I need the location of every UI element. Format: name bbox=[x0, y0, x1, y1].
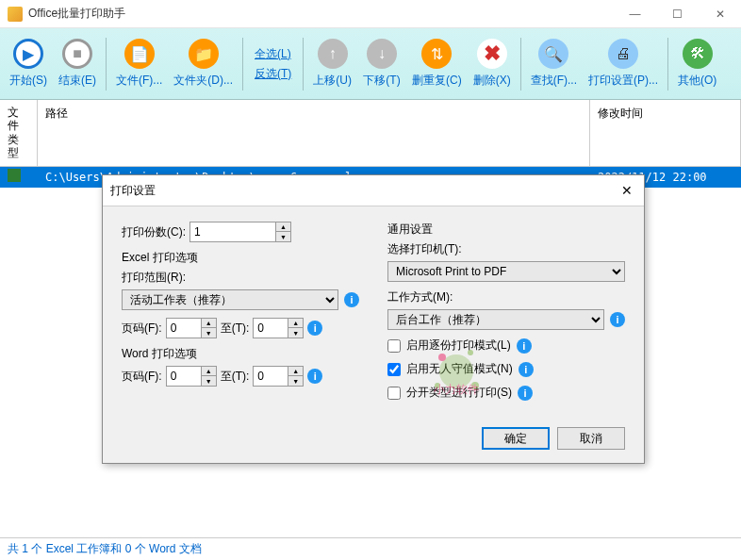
workmode-label: 工作方式(M): bbox=[387, 289, 625, 305]
wpage-to-input[interactable] bbox=[254, 367, 288, 386]
arrow-up-icon: ↑ bbox=[318, 39, 348, 69]
info-icon[interactable]: i bbox=[307, 321, 322, 336]
copy-mode-label: 启用逐份打印模式(L) bbox=[406, 338, 511, 354]
info-icon[interactable]: i bbox=[518, 386, 533, 401]
wpage-to-label: 至(T): bbox=[221, 369, 250, 385]
wpage-from-label: 页码(F): bbox=[122, 369, 162, 385]
copies-up[interactable]: ▲ bbox=[276, 222, 290, 232]
copies-spinner[interactable]: ▲▼ bbox=[189, 222, 291, 242]
common-group-label: 通用设置 bbox=[387, 222, 625, 238]
toolbar: ▶ 开始(S) ■ 结束(E) 📄 文件(F)... 📁 文件夹(D)... 全… bbox=[0, 28, 741, 100]
word-group-label: Word 打印选项 bbox=[122, 346, 359, 362]
other-button[interactable]: 🛠 其他(O) bbox=[672, 35, 722, 92]
folder-icon: 📁 bbox=[189, 39, 219, 69]
info-icon[interactable]: i bbox=[517, 338, 532, 354]
page-to-input[interactable] bbox=[254, 319, 288, 338]
copy-mode-checkbox[interactable] bbox=[387, 339, 401, 353]
print-settings-dialog: 打印设置 ✕ 小力软件 打印份数(C): ▲▼ Excel 打印选项 打印范围(… bbox=[102, 174, 645, 464]
col-path[interactable]: 路径 bbox=[38, 100, 590, 166]
status-text: 共 1 个 Excel 工作簿和 0 个 Word 文档 bbox=[8, 541, 202, 557]
split-type-label: 分开类型进行打印(S) bbox=[406, 385, 512, 401]
col-type[interactable]: 文件 类型 bbox=[0, 100, 38, 166]
delete-icon: ✖ bbox=[477, 39, 507, 69]
copies-input[interactable] bbox=[190, 222, 275, 241]
unattended-label: 启用无人守值模式(N) bbox=[406, 361, 513, 377]
search-icon: 🔍 bbox=[538, 39, 568, 69]
tools-icon: 🛠 bbox=[683, 39, 713, 69]
page-to-label: 至(T): bbox=[221, 321, 250, 337]
dedup-icon: ⇅ bbox=[421, 39, 452, 69]
range-label: 打印范围(R): bbox=[122, 270, 359, 286]
wpage-to-spinner[interactable]: ▲▼ bbox=[253, 366, 304, 387]
table-header: 文件 类型 路径 修改时间 bbox=[0, 100, 741, 167]
minimize-button[interactable]: — bbox=[614, 0, 656, 28]
info-icon[interactable]: i bbox=[519, 362, 534, 377]
printer-select[interactable]: Microsoft Print to PDF bbox=[387, 261, 625, 282]
folder-button[interactable]: 📁 文件夹(D)... bbox=[168, 35, 239, 92]
play-icon: ▶ bbox=[13, 39, 43, 69]
find-button[interactable]: 🔍 查找(F)... bbox=[525, 35, 583, 92]
copies-down[interactable]: ▼ bbox=[276, 232, 290, 241]
titlebar: Office批量打印助手 — ☐ ✕ bbox=[0, 0, 741, 28]
dialog-title: 打印设置 bbox=[110, 183, 618, 199]
printer-icon: 🖨 bbox=[608, 39, 638, 69]
printer-label: 选择打印机(T): bbox=[387, 241, 625, 257]
workmode-select[interactable]: 后台工作（推荐） bbox=[387, 309, 604, 330]
end-button[interactable]: ■ 结束(E) bbox=[53, 35, 102, 92]
info-icon[interactable]: i bbox=[307, 369, 322, 384]
cancel-button[interactable]: 取消 bbox=[557, 427, 625, 450]
ok-button[interactable]: 确定 bbox=[482, 427, 550, 450]
dialog-close-button[interactable]: ✕ bbox=[618, 181, 636, 200]
copies-label: 打印份数(C): bbox=[122, 224, 186, 240]
invert-selection-link[interactable]: 反选(T) bbox=[251, 64, 295, 84]
excel-icon bbox=[8, 169, 21, 182]
col-time[interactable]: 修改时间 bbox=[590, 100, 741, 166]
app-icon bbox=[8, 7, 23, 22]
unattended-checkbox[interactable] bbox=[387, 363, 401, 376]
split-type-checkbox[interactable] bbox=[387, 387, 401, 400]
wpage-from-input[interactable] bbox=[167, 367, 201, 386]
window-title: Office批量打印助手 bbox=[28, 6, 614, 22]
move-down-button[interactable]: ↓ 下移(T) bbox=[357, 35, 406, 92]
statusbar: 共 1 个 Excel 工作簿和 0 个 Word 文档 bbox=[0, 537, 741, 560]
dedup-button[interactable]: ⇅ 删重复(C) bbox=[406, 35, 468, 92]
delete-button[interactable]: ✖ 删除(X) bbox=[468, 35, 517, 92]
page-from-label: 页码(F): bbox=[122, 321, 162, 337]
stop-icon: ■ bbox=[62, 39, 92, 69]
select-all-link[interactable]: 全选(L) bbox=[251, 44, 295, 64]
move-up-button[interactable]: ↑ 上移(U) bbox=[307, 35, 357, 92]
print-settings-button[interactable]: 🖨 打印设置(P)... bbox=[583, 35, 664, 92]
page-to-spinner[interactable]: ▲▼ bbox=[253, 318, 304, 338]
wpage-from-spinner[interactable]: ▲▼ bbox=[166, 366, 217, 387]
info-icon[interactable]: i bbox=[344, 292, 359, 307]
range-select[interactable]: 活动工作表（推荐） bbox=[122, 289, 338, 310]
arrow-down-icon: ↓ bbox=[367, 39, 397, 69]
start-button[interactable]: ▶ 开始(S) bbox=[4, 35, 53, 92]
maximize-button[interactable]: ☐ bbox=[656, 0, 699, 28]
page-from-input[interactable] bbox=[167, 319, 201, 338]
file-button[interactable]: 📄 文件(F)... bbox=[110, 35, 168, 92]
info-icon[interactable]: i bbox=[610, 312, 625, 327]
close-button[interactable]: ✕ bbox=[699, 0, 741, 28]
file-icon: 📄 bbox=[124, 39, 155, 69]
page-from-spinner[interactable]: ▲▼ bbox=[166, 318, 217, 338]
excel-group-label: Excel 打印选项 bbox=[122, 250, 359, 266]
